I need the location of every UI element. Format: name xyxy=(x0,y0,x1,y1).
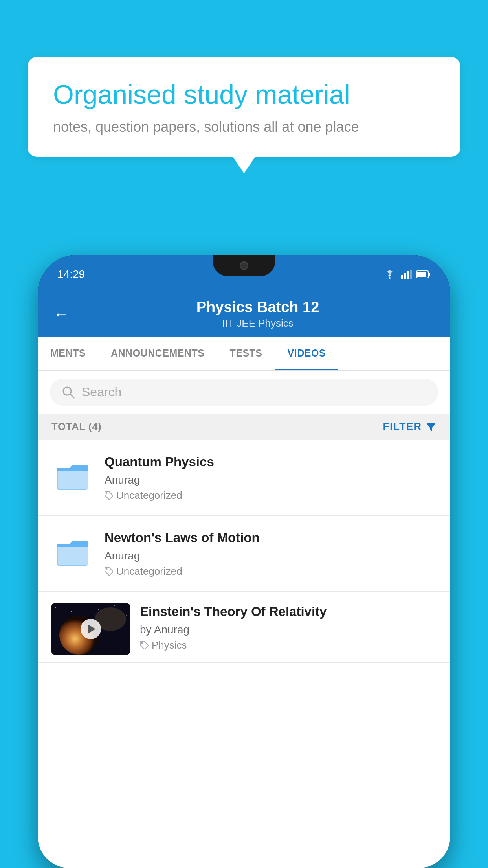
svg-rect-4 xyxy=(410,270,412,279)
tabs-bar: MENTS ANNOUNCEMENTS TESTS VIDEOS xyxy=(38,337,450,371)
list-item[interactable]: Newton's Laws of Motion Anurag Uncategor… xyxy=(38,516,450,592)
search-icon xyxy=(61,385,75,399)
tab-tests[interactable]: TESTS xyxy=(217,337,275,370)
svg-rect-13 xyxy=(57,468,88,471)
play-triangle-icon xyxy=(88,624,95,634)
tag-icon xyxy=(105,491,113,500)
item-thumbnail xyxy=(51,454,95,497)
back-button[interactable]: ← xyxy=(53,305,69,323)
speech-bubble-container: Organised study material notes, question… xyxy=(28,57,460,157)
filter-label: FILTER xyxy=(383,421,422,433)
video-author: by Anurag xyxy=(140,623,437,636)
filter-button[interactable]: FILTER xyxy=(383,421,437,433)
tag-text: Uncategorized xyxy=(116,489,182,502)
item-thumbnail xyxy=(51,603,130,655)
svg-marker-10 xyxy=(426,423,436,432)
tag-text: Physics xyxy=(152,639,187,651)
folder-icon xyxy=(57,460,90,491)
filter-icon xyxy=(426,421,437,432)
list-item[interactable]: Einstein's Theory Of Relativity by Anura… xyxy=(38,592,450,663)
wifi-icon xyxy=(383,270,396,279)
svg-point-0 xyxy=(389,277,391,279)
video-tag: Physics xyxy=(140,639,437,651)
video-author: Anurag xyxy=(105,474,437,486)
tag-icon xyxy=(105,567,113,576)
svg-rect-3 xyxy=(407,271,409,279)
svg-rect-16 xyxy=(58,546,88,565)
svg-point-28 xyxy=(141,642,143,644)
search-bar[interactable]: Search xyxy=(50,379,438,406)
svg-rect-7 xyxy=(429,273,430,276)
video-title: Quantum Physics xyxy=(105,454,437,471)
svg-rect-12 xyxy=(58,470,88,489)
phone-screen: ← Physics Batch 12 IIT JEE Physics MENTS… xyxy=(38,290,450,868)
svg-point-18 xyxy=(106,568,107,570)
item-info: Quantum Physics Anurag Uncategorized xyxy=(105,454,437,502)
video-tag: Uncategorized xyxy=(105,489,437,502)
header-title-area: Physics Batch 12 IIT JEE Physics xyxy=(81,299,435,329)
svg-point-8 xyxy=(63,387,71,395)
play-button-overlay xyxy=(51,603,130,655)
tab-announcements[interactable]: ANNOUNCEMENTS xyxy=(98,337,217,370)
video-title: Newton's Laws of Motion xyxy=(105,530,437,546)
status-bar: 14:29 xyxy=(38,255,450,290)
bubble-title: Organised study material xyxy=(53,79,435,111)
search-container: Search xyxy=(38,371,450,414)
video-author: Anurag xyxy=(105,550,437,562)
speech-bubble: Organised study material notes, question… xyxy=(28,57,460,157)
tab-videos[interactable]: VIDEOS xyxy=(275,337,338,370)
video-list: Quantum Physics Anurag Uncategorized xyxy=(38,440,450,663)
svg-rect-2 xyxy=(404,273,406,279)
svg-rect-6 xyxy=(417,272,426,277)
tag-icon xyxy=(140,641,149,649)
tag-text: Uncategorized xyxy=(116,565,182,577)
item-info: Newton's Laws of Motion Anurag Uncategor… xyxy=(105,530,437,577)
phone-frame: 14:29 xyxy=(38,255,450,868)
play-button[interactable] xyxy=(81,619,101,639)
svg-line-9 xyxy=(70,394,74,398)
item-thumbnail xyxy=(51,530,95,573)
tab-ments[interactable]: MENTS xyxy=(38,337,98,370)
battery-icon xyxy=(416,270,431,279)
svg-rect-17 xyxy=(57,544,88,547)
status-icons xyxy=(383,270,431,279)
app-header: ← Physics Batch 12 IIT JEE Physics xyxy=(38,290,450,337)
item-info: Einstein's Theory Of Relativity by Anura… xyxy=(140,603,437,651)
notch xyxy=(213,255,275,276)
total-count: TOTAL (4) xyxy=(51,421,101,433)
status-time: 14:29 xyxy=(57,268,85,281)
svg-point-14 xyxy=(106,493,107,494)
list-item[interactable]: Quantum Physics Anurag Uncategorized xyxy=(38,440,450,516)
header-subtitle: IIT JEE Physics xyxy=(81,317,435,329)
search-placeholder: Search xyxy=(82,385,121,399)
signal-icon xyxy=(401,270,412,279)
filter-bar: TOTAL (4) FILTER xyxy=(38,414,450,440)
video-tag: Uncategorized xyxy=(105,565,437,577)
folder-icon xyxy=(57,535,90,567)
camera-dot xyxy=(240,261,248,270)
video-title: Einstein's Theory Of Relativity xyxy=(140,603,437,620)
bubble-subtitle: notes, question papers, solutions all at… xyxy=(53,119,435,135)
svg-rect-1 xyxy=(401,275,403,279)
header-title: Physics Batch 12 xyxy=(81,299,435,316)
